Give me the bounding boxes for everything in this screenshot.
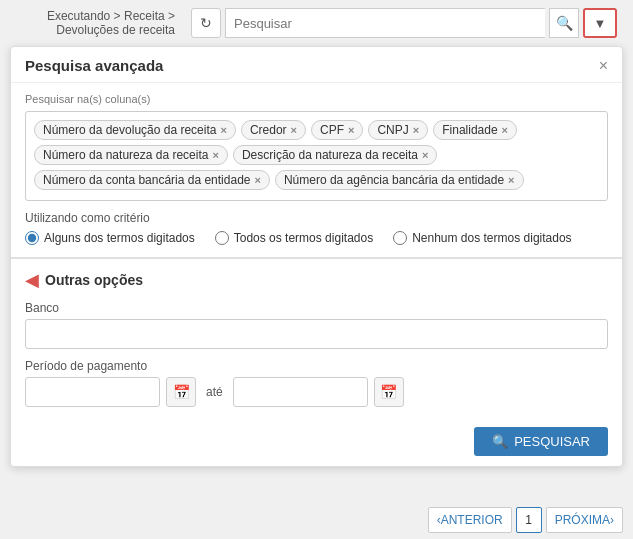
tag-label: Credor (250, 123, 287, 137)
tag-item: Descrição da natureza da receita× (233, 145, 438, 165)
calendar-start-button[interactable]: 📅 (166, 377, 196, 407)
panel-body: Pesquisar na(s) coluna(s) Número da devo… (11, 83, 622, 417)
tag-item: Número da devolução da receita× (34, 120, 236, 140)
tag-label: CPF (320, 123, 344, 137)
banco-field: Banco (25, 301, 608, 359)
radio-alguns[interactable]: Alguns dos termos digitados (25, 231, 195, 245)
radio-nenhum-label: Nenhum dos termos digitados (412, 231, 571, 245)
banco-label: Banco (25, 301, 608, 315)
section-divider (11, 257, 622, 259)
date-row: 📅 até 📅 (25, 377, 608, 407)
tag-item: CNPJ× (368, 120, 428, 140)
radio-todos-label: Todos os termos digitados (234, 231, 373, 245)
criteria-label: Utilizando como critério (25, 211, 608, 225)
date-end-input[interactable] (233, 377, 368, 407)
calendar-end-button[interactable]: 📅 (374, 377, 404, 407)
ate-text: até (202, 385, 227, 399)
tag-label: Finalidade (442, 123, 497, 137)
calendar-start-icon: 📅 (173, 384, 190, 400)
breadcrumb-text: Executando > Receita > Devoluções de rec… (47, 9, 175, 37)
date-start-input[interactable] (25, 377, 160, 407)
refresh-button[interactable]: ↻ (191, 8, 221, 38)
tag-item: Finalidade× (433, 120, 517, 140)
tag-remove[interactable]: × (413, 124, 419, 136)
tag-label: Número da natureza da receita (43, 148, 208, 162)
current-page: 1 (516, 507, 542, 533)
close-button[interactable]: × (599, 58, 608, 74)
radio-alguns-input[interactable] (25, 231, 39, 245)
tag-item: Número da agência bancária da entidade× (275, 170, 524, 190)
search-bar: ↻ 🔍 ▼ (191, 8, 617, 38)
radio-todos[interactable]: Todos os termos digitados (215, 231, 373, 245)
tag-remove[interactable]: × (422, 149, 428, 161)
panel-footer: 🔍 PESQUISAR (11, 417, 622, 466)
tags-container: Número da devolução da receita×Credor×CP… (25, 111, 608, 201)
tag-remove[interactable]: × (291, 124, 297, 136)
tag-item: Credor× (241, 120, 306, 140)
filter-icon: ▼ (594, 16, 607, 31)
next-page-button[interactable]: PRÓXIMA› (546, 507, 623, 533)
calendar-end-icon: 📅 (380, 384, 397, 400)
outras-arrow-icon: ◀ (25, 269, 39, 291)
pesquisar-search-icon: 🔍 (492, 434, 508, 449)
tag-remove[interactable]: × (348, 124, 354, 136)
radio-todos-input[interactable] (215, 231, 229, 245)
tag-item: Número da natureza da receita× (34, 145, 228, 165)
radio-group: Alguns dos termos digitados Todos os ter… (25, 231, 608, 245)
breadcrumb: Executando > Receita > Devoluções de rec… (16, 9, 175, 37)
panel-header: Pesquisa avançada × (11, 47, 622, 83)
search-icon: 🔍 (556, 15, 573, 31)
tag-remove[interactable]: × (502, 124, 508, 136)
tag-label: Número da agência bancária da entidade (284, 173, 504, 187)
advanced-search-panel: Pesquisa avançada × Pesquisar na(s) colu… (10, 46, 623, 467)
tag-remove[interactable]: × (254, 174, 260, 186)
tag-remove[interactable]: × (212, 149, 218, 161)
tag-item: CPF× (311, 120, 363, 140)
filter-button[interactable]: ▼ (583, 8, 617, 38)
tag-item: Número da conta bancária da entidade× (34, 170, 270, 190)
radio-nenhum[interactable]: Nenhum dos termos digitados (393, 231, 571, 245)
panel-title: Pesquisa avançada (25, 57, 163, 74)
periodo-label: Período de pagamento (25, 359, 608, 373)
outras-header: ◀ Outras opções (25, 269, 608, 291)
periodo-field: Período de pagamento 📅 até 📅 (25, 359, 608, 407)
tag-label: Número da conta bancária da entidade (43, 173, 250, 187)
pagination-bar: ‹ANTERIOR 1 PRÓXIMA› (418, 501, 633, 539)
columns-label: Pesquisar na(s) coluna(s) (25, 93, 608, 105)
search-input[interactable] (225, 8, 545, 38)
tag-remove[interactable]: × (508, 174, 514, 186)
pesquisar-button[interactable]: 🔍 PESQUISAR (474, 427, 608, 456)
prev-page-button[interactable]: ‹ANTERIOR (428, 507, 512, 533)
outras-title: Outras opções (45, 272, 143, 288)
pesquisar-label: PESQUISAR (514, 434, 590, 449)
tag-label: CNPJ (377, 123, 408, 137)
radio-nenhum-input[interactable] (393, 231, 407, 245)
tag-remove[interactable]: × (220, 124, 226, 136)
top-bar: Executando > Receita > Devoluções de rec… (0, 0, 633, 46)
tag-label: Número da devolução da receita (43, 123, 216, 137)
banco-input[interactable] (25, 319, 608, 349)
search-button[interactable]: 🔍 (549, 8, 579, 38)
radio-alguns-label: Alguns dos termos digitados (44, 231, 195, 245)
tag-label: Descrição da natureza da receita (242, 148, 418, 162)
refresh-icon: ↻ (200, 15, 212, 31)
